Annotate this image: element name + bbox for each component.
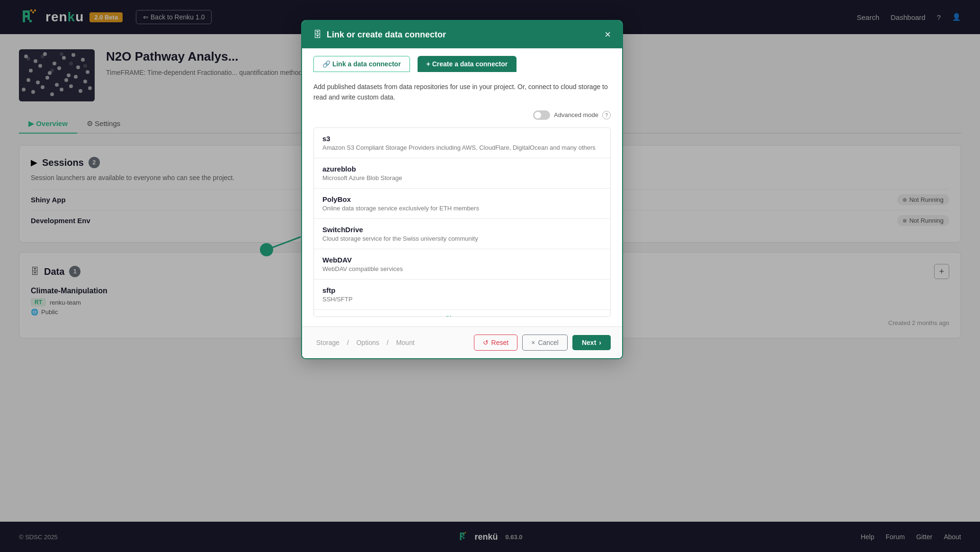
next-button[interactable]: Next › bbox=[572, 335, 611, 350]
cancel-label: Cancel bbox=[538, 339, 559, 346]
storage-item-webdav-name: WebDAV bbox=[322, 256, 602, 264]
breadcrumb-options: Options bbox=[356, 339, 379, 346]
storage-item-azureblob-name: azureblob bbox=[322, 165, 602, 173]
reset-button[interactable]: ↺ Reset bbox=[474, 335, 518, 351]
modal-header-icon: 🗄 bbox=[313, 30, 322, 40]
breadcrumb-storage: Storage bbox=[316, 339, 339, 346]
modal-body: Add published datasets from data reposit… bbox=[302, 72, 622, 326]
breadcrumb-mount: Mount bbox=[396, 339, 415, 346]
advanced-mode-toggle[interactable] bbox=[533, 110, 550, 120]
storage-list: s3 Amazon S3 Compliant Storage Providers… bbox=[313, 127, 611, 317]
modal-tabs: 🔗 Link a data connector + Create a data … bbox=[302, 48, 622, 72]
next-label: Next bbox=[582, 339, 596, 346]
reset-icon: ↺ bbox=[483, 339, 489, 346]
tab-link-connector[interactable]: 🔗 Link a data connector bbox=[313, 56, 410, 72]
reset-label: Reset bbox=[491, 339, 509, 346]
advanced-mode-label: Advanced mode bbox=[554, 111, 598, 118]
modal-dialog: 🗄 Link or create data connector × 🔗 Link… bbox=[301, 20, 623, 359]
storage-item-sftp-name: sftp bbox=[322, 286, 602, 294]
storage-item-polybox[interactable]: PolyBox Online data storage service excl… bbox=[314, 189, 610, 219]
storage-item-sftp[interactable]: sftp SSH/SFTP bbox=[314, 280, 610, 310]
modal-footer: Storage / Options / Mount ↺ Reset × Canc… bbox=[302, 326, 622, 358]
modal-close-button[interactable]: × bbox=[605, 29, 611, 40]
storage-item-azureblob[interactable]: azureblob Microsoft Azure Blob Storage bbox=[314, 158, 610, 189]
storage-item-sftp-desc: SSH/SFTP bbox=[322, 296, 602, 303]
advanced-mode-row: Advanced mode ? bbox=[313, 110, 611, 120]
storage-item-s3-name: s3 bbox=[322, 135, 602, 143]
modal-title: Link or create data connector bbox=[327, 30, 446, 40]
cancel-icon: × bbox=[531, 339, 535, 346]
storage-item-switchdrive[interactable]: SwitchDrive Cloud storage service for th… bbox=[314, 219, 610, 249]
modal-description: Add published datasets from data reposit… bbox=[313, 81, 611, 103]
storage-item-azureblob-desc: Microsoft Azure Blob Storage bbox=[322, 174, 602, 181]
storage-item-s3[interactable]: s3 Amazon S3 Compliant Storage Providers… bbox=[314, 128, 610, 158]
breadcrumb-sep2: / bbox=[387, 339, 391, 346]
advanced-mode-help-icon[interactable]: ? bbox=[602, 111, 611, 119]
modal-header: 🗄 Link or create data connector × bbox=[302, 21, 622, 48]
storage-item-s3-desc: Amazon S3 Compliant Storage Providers in… bbox=[322, 144, 602, 151]
storage-item-webdav[interactable]: WebDAV WebDAV compatible services bbox=[314, 249, 610, 280]
app-container: renku 2.0 Beta ⇐ Back to Renku 1.0 Searc… bbox=[0, 0, 980, 552]
storage-item-webdav-desc: WebDAV compatible services bbox=[322, 265, 602, 272]
cancel-button[interactable]: × Cancel bbox=[522, 335, 568, 351]
modal-title-row: 🗄 Link or create data connector bbox=[313, 30, 446, 40]
storage-item-polybox-name: PolyBox bbox=[322, 195, 602, 203]
storage-item-switchdrive-desc: Cloud storage service for the Swiss univ… bbox=[322, 235, 602, 242]
breadcrumb: Storage / Options / Mount bbox=[313, 339, 418, 346]
show-more-button[interactable]: Show more bbox=[314, 310, 610, 317]
tab-create-connector[interactable]: + Create a data connector bbox=[418, 56, 517, 72]
breadcrumb-sep1: / bbox=[347, 339, 351, 346]
footer-buttons: ↺ Reset × Cancel Next › bbox=[474, 335, 611, 351]
storage-item-switchdrive-name: SwitchDrive bbox=[322, 226, 602, 234]
storage-item-polybox-desc: Online data storage service exclusively … bbox=[322, 205, 602, 212]
next-chevron-icon: › bbox=[599, 339, 601, 346]
